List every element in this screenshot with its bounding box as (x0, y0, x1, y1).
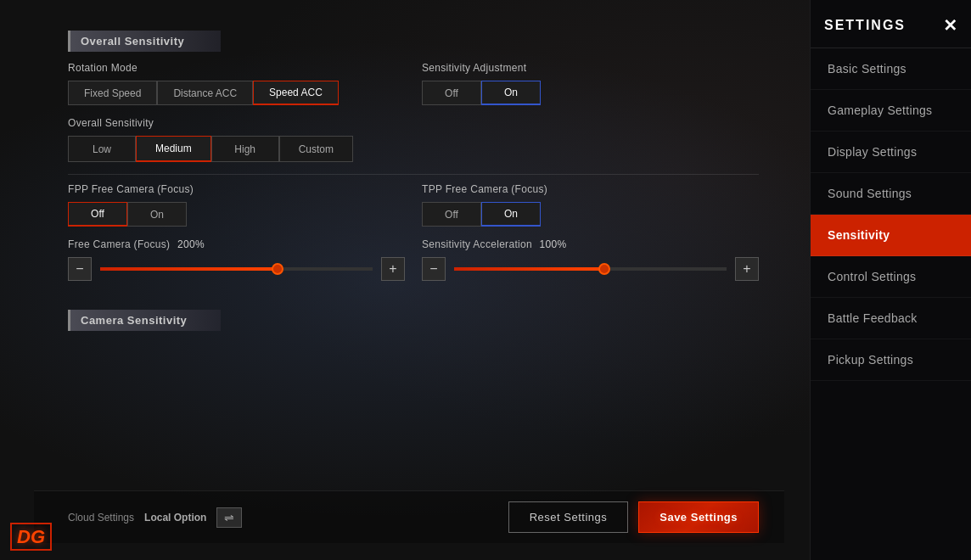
tpp-group: TPP Free Camera (Focus) Off On (422, 183, 759, 227)
free-camera-plus-btn[interactable]: + (381, 257, 405, 281)
sens-accel-minus-btn[interactable]: − (422, 257, 446, 281)
free-camera-fill (100, 267, 278, 271)
divider-1 (68, 174, 759, 175)
row-sliders: Free Camera (Focus) 200% − + (68, 238, 759, 281)
overall-sens-group: Overall Sensitivity Low Medium High Cust… (68, 117, 759, 162)
logo-text: DG (10, 523, 52, 551)
rotation-mode-group: Rotation Mode Fixed Speed Distance ACC S… (68, 62, 405, 105)
content-area: Overall Sensitivity Rotation Mode Fixed … (0, 0, 810, 560)
sens-accel-slider-group: Sensitivity Acceleration 100% − + (422, 238, 759, 281)
rotation-mode-label: Rotation Mode (68, 62, 405, 74)
free-camera-value: 200% (177, 238, 205, 250)
fpp-label: FPP Free Camera (Focus) (68, 183, 405, 195)
fpp-group: FPP Free Camera (Focus) Off On (68, 183, 405, 227)
fixed-speed-btn[interactable]: Fixed Speed (68, 81, 157, 105)
sensitivity-adjustment-buttons: Off On (422, 81, 759, 105)
medium-btn[interactable]: Medium (136, 136, 211, 162)
logo-area: DG (10, 526, 52, 548)
local-option-label: Local Option (144, 512, 206, 524)
sidebar-item-sound-settings[interactable]: Sound Settings (811, 173, 971, 215)
overall-sens-buttons: Low Medium High Custom (68, 136, 759, 162)
tpp-on-btn[interactable]: On (481, 202, 541, 227)
sens-accel-fill (454, 267, 604, 271)
fpp-off-btn[interactable]: Off (68, 202, 127, 227)
fpp-buttons: Off On (68, 202, 405, 227)
sidebar-title: SETTINGS (824, 18, 906, 33)
sens-accel-value: 100% (540, 238, 567, 250)
overall-sens-label: Overall Sensitivity (68, 117, 759, 129)
sidebar-item-pickup-settings[interactable]: Pickup Settings (811, 339, 971, 381)
high-btn[interactable]: High (211, 136, 279, 162)
speed-acc-btn[interactable]: Speed ACC (253, 81, 339, 105)
tpp-off-btn[interactable]: Off (422, 202, 481, 227)
cloud-label: Cloud Settings (68, 512, 134, 524)
sens-accel-plus-btn[interactable]: + (735, 257, 759, 281)
sidebar-item-sensitivity[interactable]: Sensitivity (811, 215, 971, 256)
low-btn[interactable]: Low (68, 136, 136, 162)
tpp-label: TPP Free Camera (Focus) (422, 183, 759, 195)
sens-accel-thumb[interactable] (598, 263, 610, 275)
transfer-btn[interactable]: ⇌ (216, 507, 242, 528)
overall-sensitivity-header: Overall Sensitivity (68, 31, 221, 52)
sa-on-btn[interactable]: On (481, 81, 541, 105)
sidebar-header: SETTINGS ✕ (811, 0, 971, 48)
save-settings-btn[interactable]: Save Settings (638, 501, 759, 533)
free-camera-thumb[interactable] (272, 263, 283, 275)
sa-off-btn[interactable]: Off (422, 81, 481, 105)
sidebar-item-control-settings[interactable]: Control Settings (811, 256, 971, 298)
sens-accel-label: Sensitivity Acceleration 100% (422, 238, 759, 250)
row-overall-sensitivity: Overall Sensitivity Low Medium High Cust… (68, 117, 759, 162)
overall-sensitivity-section: Overall Sensitivity Rotation Mode Fixed … (34, 17, 784, 301)
main-container: Overall Sensitivity Rotation Mode Fixed … (0, 0, 971, 560)
camera-sensitivity-section: Camera Sensitivity (34, 301, 784, 341)
custom-btn[interactable]: Custom (279, 136, 353, 162)
row-camera-focus: FPP Free Camera (Focus) Off On TPP Free … (68, 183, 759, 227)
camera-sensitivity-header: Camera Sensitivity (68, 310, 221, 331)
row-rotation-sensitivity: Rotation Mode Fixed Speed Distance ACC S… (68, 62, 759, 105)
sidebar: SETTINGS ✕ Basic Settings Gameplay Setti… (810, 0, 971, 560)
fpp-on-btn[interactable]: On (127, 202, 187, 227)
sens-accel-slider[interactable]: − + (422, 257, 759, 281)
sidebar-item-basic-settings[interactable]: Basic Settings (811, 48, 971, 90)
cloud-settings-area: Cloud Settings Local Option ⇌ (68, 507, 242, 528)
free-camera-slider-group: Free Camera (Focus) 200% − + (68, 238, 405, 281)
sidebar-item-battle-feedback[interactable]: Battle Feedback (811, 298, 971, 339)
reset-settings-btn[interactable]: Reset Settings (508, 501, 629, 533)
free-camera-track[interactable] (100, 267, 373, 271)
spacer (34, 341, 784, 490)
free-camera-label: Free Camera (Focus) 200% (68, 238, 405, 250)
distance-acc-btn[interactable]: Distance ACC (157, 81, 253, 105)
tpp-buttons: Off On (422, 202, 759, 227)
close-icon[interactable]: ✕ (943, 15, 957, 36)
rotation-mode-buttons: Fixed Speed Distance ACC Speed ACC (68, 81, 405, 105)
sens-accel-track[interactable] (454, 267, 727, 271)
sidebar-nav: Basic Settings Gameplay Settings Display… (811, 48, 971, 560)
sensitivity-adjustment-label: Sensitivity Adjustment (422, 62, 759, 74)
action-buttons: Reset Settings Save Settings (508, 501, 759, 533)
sensitivity-adjustment-group: Sensitivity Adjustment Off On (422, 62, 759, 105)
free-camera-minus-btn[interactable]: − (68, 257, 92, 281)
sidebar-item-gameplay-settings[interactable]: Gameplay Settings (811, 90, 971, 132)
bottom-bar: Cloud Settings Local Option ⇌ Reset Sett… (34, 490, 784, 543)
free-camera-slider[interactable]: − + (68, 257, 405, 281)
sidebar-item-display-settings[interactable]: Display Settings (811, 132, 971, 173)
